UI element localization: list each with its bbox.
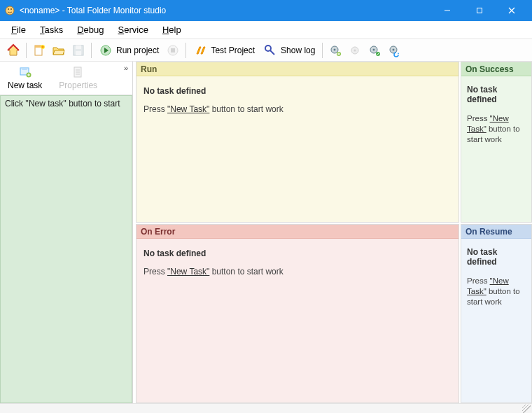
save-icon <box>71 43 85 57</box>
workarea: New task Properties » Click ''New task''… <box>0 62 532 403</box>
panel-success: On Success No task defined Press "New Ta… <box>461 62 532 223</box>
gear-refresh-icon <box>387 43 401 57</box>
panel-success-header: On Success <box>461 62 531 76</box>
run-icon <box>99 43 113 57</box>
svg-line-17 <box>270 50 274 55</box>
gear-plus-icon <box>328 43 342 57</box>
panel-resume-heading: No task defined <box>467 247 526 267</box>
menubar: File Tasks Debug Service Help <box>0 21 532 39</box>
stop-button[interactable] <box>164 41 182 59</box>
titlebar: <noname> - Total Folder Monitor studio <box>0 0 532 21</box>
new-task-label: New task <box>8 80 42 90</box>
new-task-icon <box>18 65 32 79</box>
task-list-hint: Click ''New task'' button to start <box>5 99 120 108</box>
panels-area: Run No task defined Press "New Task" but… <box>133 62 532 403</box>
separator <box>186 43 186 58</box>
panel-run: Run No task defined Press "New Task" but… <box>136 62 459 223</box>
size-grip-icon[interactable] <box>522 405 531 413</box>
svg-rect-15 <box>171 48 175 52</box>
panel-run-header: Run <box>136 62 458 76</box>
menu-debug[interactable]: Debug <box>70 22 111 37</box>
panel-run-message: Press "New Task" button to start work <box>144 104 451 114</box>
panel-error-body: No task defined Press "New Task" button … <box>136 239 458 402</box>
new-task-button[interactable]: New task <box>6 64 44 91</box>
menu-help[interactable]: Help <box>155 22 188 37</box>
svg-point-2 <box>10 8 12 10</box>
panel-success-heading: No task defined <box>467 85 526 105</box>
separator <box>26 43 27 58</box>
svg-point-22 <box>354 49 356 51</box>
sidebar: New task Properties » Click ''New task''… <box>0 62 133 403</box>
open-button[interactable] <box>50 41 68 59</box>
new-task-link[interactable]: "New Task" <box>167 267 209 276</box>
home-button[interactable] <box>4 41 22 59</box>
svg-point-16 <box>265 46 271 51</box>
minimize-button[interactable] <box>431 0 463 21</box>
svg-rect-11 <box>76 46 81 49</box>
properties-icon <box>71 65 85 79</box>
run-project-label: Run project <box>116 46 159 55</box>
svg-point-24 <box>373 48 375 50</box>
home-icon <box>6 43 20 57</box>
properties-label: Properties <box>59 80 97 90</box>
new-file-icon <box>32 43 46 57</box>
gear4-button[interactable] <box>385 41 403 59</box>
gear2-button[interactable] <box>346 41 364 59</box>
log-icon <box>263 43 277 57</box>
test-icon <box>193 43 207 57</box>
svg-rect-4 <box>477 8 482 13</box>
panel-resume-message: Press "New Task" button to start work <box>467 276 526 307</box>
statusbar <box>0 403 532 413</box>
show-log-button[interactable]: Show log <box>260 41 318 59</box>
folder-open-icon <box>52 43 66 57</box>
svg-point-0 <box>6 6 14 15</box>
separator <box>91 43 92 58</box>
panel-run-body: No task defined Press "New Task" button … <box>136 76 458 222</box>
panel-resume: On Resume No task defined Press "New Tas… <box>461 224 532 403</box>
save-button[interactable] <box>69 41 88 59</box>
new-button[interactable] <box>30 41 48 59</box>
panel-error-message: Press "New Task" button to start work <box>144 267 451 276</box>
panel-resume-header: On Resume <box>461 225 531 239</box>
new-task-link[interactable]: "New Task" <box>167 104 209 114</box>
maximize-button[interactable] <box>463 0 496 21</box>
stop-icon <box>166 43 180 57</box>
svg-point-1 <box>8 8 9 10</box>
chevron-right-icon: » <box>124 64 128 72</box>
test-project-button[interactable]: Test Project <box>190 41 258 59</box>
expand-sidebar-button[interactable]: » <box>121 63 131 73</box>
test-project-label: Test Project <box>211 46 255 55</box>
panel-error-header: On Error <box>136 225 458 239</box>
panel-success-message: Press "New Task" button to start work <box>467 113 526 145</box>
menu-file[interactable]: File <box>4 22 33 37</box>
gear1-button[interactable] <box>326 41 344 59</box>
app-icon <box>4 5 15 16</box>
menu-tasks[interactable]: Tasks <box>33 22 70 37</box>
gear3-button[interactable] <box>365 41 384 59</box>
svg-point-27 <box>393 48 395 50</box>
task-list[interactable]: Click ''New task'' button to start <box>0 95 132 403</box>
separator <box>322 43 323 58</box>
svg-point-19 <box>334 48 336 50</box>
gear-icon <box>348 43 362 57</box>
gear-check-icon <box>368 43 382 57</box>
show-log-label: Show log <box>281 46 315 55</box>
panel-run-heading: No task defined <box>144 86 451 96</box>
menu-service[interactable]: Service <box>111 22 155 37</box>
panel-resume-body: No task defined Press "New Task" button … <box>461 239 531 402</box>
toolbar: Run project Test Project Show log <box>0 39 532 62</box>
window-title: <noname> - Total Folder Monitor studio <box>20 6 166 15</box>
panel-success-body: No task defined Press "New Task" button … <box>461 76 531 222</box>
panel-error-heading: No task defined <box>144 248 451 258</box>
close-button[interactable] <box>496 0 528 21</box>
panel-error: On Error No task defined Press "New Task… <box>136 224 459 403</box>
run-project-button[interactable]: Run project <box>95 41 162 59</box>
svg-rect-12 <box>76 51 81 55</box>
properties-button[interactable]: Properties <box>57 64 99 91</box>
side-toolbar: New task Properties » <box>0 62 132 95</box>
